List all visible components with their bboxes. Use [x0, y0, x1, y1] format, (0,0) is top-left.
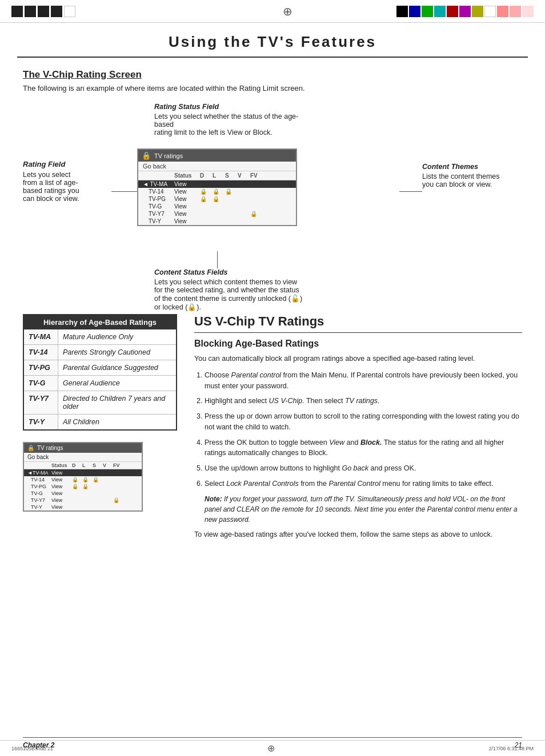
hierarchy-table: Hierarchy of Age-Based Ratings TV-MA Mat… — [23, 314, 177, 431]
tv-ratings-small-title: TV ratings — [37, 445, 63, 451]
left-column: Hierarchy of Age-Based Ratings TV-MA Mat… — [23, 314, 177, 545]
intro-body-text: You can automatically block all program … — [194, 353, 522, 364]
rating-field-label: Rating Field Lets you select from a list… — [23, 160, 111, 203]
note-box: Note: If you forget your password, turn … — [205, 494, 522, 525]
hierarchy-row-tvg: TV-G General Audience — [24, 376, 176, 391]
lock-icon-small: 🔒 — [27, 445, 34, 451]
hierarchy-desc-tvg: General Audience — [58, 376, 176, 391]
content-themes-desc2: you can block or view. — [422, 180, 492, 188]
tv-ratings-small-row-tvma: ◄TV-MAView — [24, 469, 142, 476]
hierarchy-row-tv14: TV-14 Parents Strongly Cautioned — [24, 345, 176, 360]
tv-ratings-row-tvg: TV-G View — [138, 203, 296, 210]
tv-ratings-row-tv14: TV-14 View 🔒🔒🔒 — [138, 188, 296, 195]
page-title: Using the TV's Features — [17, 33, 528, 51]
rating-status-desc1: Lets you select whether the status of th… — [154, 112, 298, 128]
note-text: If you forget your password, turn off th… — [205, 495, 518, 524]
rating-status-desc2: rating limit to the left is View or Bloc… — [154, 128, 272, 136]
top-crosshair: ⊕ — [283, 5, 292, 18]
main-content: The V-Chip Rating Screen The following i… — [0, 58, 545, 557]
bottom-right-info: 2/17/06 6:31:48 PM — [488, 746, 534, 751]
tv-ratings-row-tvy: TV-Y View — [138, 218, 296, 225]
tv-ratings-small-cols: StatusDLSVFV — [24, 462, 142, 469]
tv-ratings-row-tvma: ◄ TV-MA View — [138, 180, 296, 188]
tv-ratings-row-tvy7: TV-Y7 View 🔒 — [138, 210, 296, 218]
content-status-fields-title: Content Status Fields — [154, 268, 303, 276]
step-3: Press the up or down arrow button to scr… — [205, 411, 522, 433]
rating-status-field-label: Rating Status Field Lets you select whet… — [154, 103, 303, 136]
bottom-left-info: 1665105B.indb 21 — [11, 746, 53, 751]
rating-status-field-title: Rating Status Field — [154, 103, 303, 111]
intro-text: The following is an example of where ite… — [23, 84, 522, 93]
hierarchy-table-title: Hierarchy of Age-Based Ratings — [24, 315, 176, 329]
color-squares — [396, 6, 534, 17]
content-themes-title: Content Themes — [422, 163, 522, 171]
note-label: Note: — [205, 495, 222, 503]
tv-ratings-cols: Status DLSVFV — [138, 171, 296, 180]
bottom-bar: 1665105B.indb 21 ⊕ 2/17/06 6:31:48 PM — [0, 740, 545, 756]
tv-ratings-small-box: 🔒 TV ratings Go back StatusDLSVFV ◄TV-MA… — [23, 442, 143, 512]
step6-italic2: Parental Control — [328, 480, 380, 488]
top-bar-squares — [11, 6, 75, 17]
tv-ratings-row-tvpg: TV-PG View 🔒🔒 — [138, 195, 296, 203]
rating-field-title: Rating Field — [23, 160, 111, 168]
tv-ratings-box: 🔒 TV ratings Go back Status DLSVFV ◄ TV-… — [137, 148, 297, 226]
content-status-field-label: Content Status Fields Lets you select wh… — [154, 268, 303, 311]
us-vchip-title: US V-Chip TV Ratings — [194, 314, 522, 333]
hierarchy-row-tvy: TV-Y All Children — [24, 415, 176, 429]
step2-italic1: US V-Chip. — [269, 397, 304, 405]
rating-field-desc2: from a list of age- — [23, 179, 78, 187]
step-5: Use the up/down arrow buttons to highlig… — [205, 463, 522, 474]
hierarchy-desc-tvy: All Children — [58, 415, 176, 429]
content-status-desc1: Lets you select which content themes to … — [154, 278, 302, 311]
hierarchy-code-tv14: TV-14 — [24, 345, 58, 360]
content-themes-label: Content Themes Lists the content themes … — [422, 163, 522, 188]
section-title: The V-Chip Rating Screen — [23, 69, 522, 81]
tv-ratings-small-row-tvg: TV-GView — [24, 490, 142, 497]
hierarchy-code-tvg: TV-G — [24, 376, 58, 391]
step-2: Highlight and select US V-Chip. Then sel… — [205, 396, 522, 407]
page-title-bar: Using the TV's Features — [17, 23, 528, 58]
diagram-area: Rating Status Field Lets you select whet… — [23, 103, 522, 297]
top-bar: ⊕ — [0, 0, 545, 23]
tv-ratings-header: 🔒 TV ratings — [138, 150, 296, 162]
content-themes-desc1: Lists the content themes — [422, 172, 500, 180]
hierarchy-code-tvpg: TV-PG — [24, 360, 58, 375]
tv-ratings-small-row-tvy: TV-YView — [24, 504, 142, 510]
steps-list: Choose Parental control from the Main Me… — [205, 370, 522, 525]
rating-field-desc3: based ratings you — [23, 187, 79, 195]
step-6: Select Lock Parental Controls from the P… — [205, 478, 522, 525]
hierarchy-desc-tv14: Parents Strongly Cautioned — [58, 345, 176, 360]
hierarchy-row-tvma: TV-MA Mature Audience Only — [24, 329, 176, 345]
hierarchy-desc-tvy7: Directed to Children 7 years and older — [58, 391, 176, 414]
step6-italic1: Lock Parental Controls — [226, 480, 298, 488]
step1-italic1: Parental control — [231, 371, 282, 379]
tv-ratings-small-row-tvpg: TV-PGView🔒🔒 — [24, 483, 142, 490]
hierarchy-code-tvy: TV-Y — [24, 415, 58, 429]
step4-italic1: View — [329, 439, 344, 447]
tv-ratings-title: TV ratings — [154, 152, 183, 159]
line-left — [111, 191, 138, 192]
rating-field-desc4: can block or view. — [23, 195, 79, 203]
hierarchy-desc-tvpg: Parental Guidance Suggested — [58, 360, 176, 375]
line-right — [399, 191, 422, 192]
step5-italic1: Go back — [342, 464, 368, 472]
step-1: Choose Parental control from the Main Me… — [205, 370, 522, 392]
hierarchy-row-tvy7: TV-Y7 Directed to Children 7 years and o… — [24, 391, 176, 415]
tv-ratings-small-header: 🔒 TV ratings — [24, 443, 142, 453]
hierarchy-desc-tvma: Mature Audience Only — [58, 329, 176, 344]
hierarchy-code-tvma: TV-MA — [24, 329, 58, 344]
final-text: To view age-based ratings after you've l… — [194, 529, 522, 540]
tv-ratings-small-row-tv14: TV-14View🔒🔒🔒 — [24, 476, 142, 483]
bottom-section: Hierarchy of Age-Based Ratings TV-MA Mat… — [23, 314, 522, 545]
lock-icon-large: 🔒 — [142, 151, 151, 160]
rating-field-desc1: Lets you select — [23, 171, 70, 179]
step2-italic2: TV ratings — [345, 397, 378, 405]
right-column: US V-Chip TV Ratings Blocking Age-Based … — [194, 314, 522, 545]
step-4: Press the OK button to toggle between Vi… — [205, 437, 522, 459]
step4-italic2: Block. — [360, 439, 382, 447]
line-bottom — [217, 251, 218, 268]
hierarchy-row-tvpg: TV-PG Parental Guidance Suggested — [24, 360, 176, 376]
tv-ratings-goback: Go back — [138, 162, 296, 171]
blocking-title: Blocking Age-Based Ratings — [194, 339, 522, 349]
tv-ratings-small-row-tvy7: TV-Y7View🔒 — [24, 497, 142, 504]
